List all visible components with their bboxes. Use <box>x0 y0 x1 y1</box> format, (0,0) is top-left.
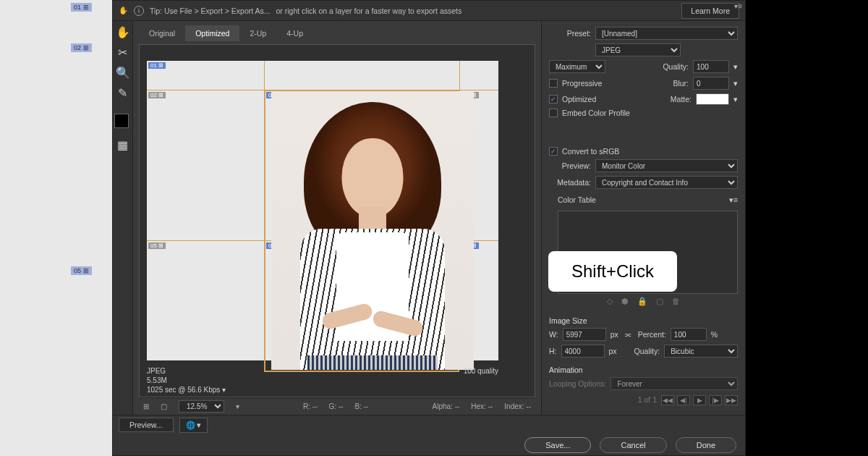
resample-quality-label: Quality: <box>634 347 660 355</box>
info-icon: i <box>134 6 144 16</box>
frame-counter: 1 of 1 <box>638 395 657 404</box>
slice-badge[interactable]: 02 ⊞ <box>148 92 166 98</box>
preview-canvas[interactable]: 01 ⊞ 02 ⊞ 03 ⊞ 04 ⊞ 05 ⊞ 06 ⊞ 07 ⊞ <box>147 61 498 360</box>
last-frame-button: ▶▶ <box>725 395 738 405</box>
image-preview <box>271 91 474 370</box>
readout-r: R: -- <box>303 402 317 410</box>
embed-profile-checkbox[interactable] <box>549 109 558 117</box>
resample-select[interactable]: Bicubic <box>664 345 738 358</box>
readout-index: Index: -- <box>504 402 531 410</box>
image-size-header: Image Size <box>549 316 738 325</box>
looping-select: Forever <box>610 377 738 390</box>
tip-text-prefix: Tip: Use File > Export > Export As... <box>150 7 271 15</box>
percent-label: Percent: <box>638 330 666 339</box>
format-select[interactable]: JPEG <box>595 43 681 56</box>
pct-label: % <box>711 330 718 339</box>
animation-header: Animation <box>549 366 738 374</box>
ct-lock-icon[interactable]: 🔒 <box>637 297 647 306</box>
progressive-checkbox[interactable] <box>549 79 558 88</box>
zoom-select[interactable]: 12.5% <box>179 400 224 413</box>
tip-bar: ✋ i Tip: Use File > Export > Export As..… <box>113 1 745 21</box>
readout-hex: Hex: -- <box>471 402 493 410</box>
readout-g: G: -- <box>329 402 344 410</box>
px-label: px <box>609 347 617 355</box>
chevron-down-icon[interactable]: ▾ <box>733 79 738 88</box>
quality-label: 100 quality <box>464 367 498 375</box>
srgb-checkbox[interactable] <box>549 147 558 156</box>
toggle-slices-icon[interactable]: ▦ <box>115 137 131 153</box>
matte-label: Matte: <box>671 95 692 104</box>
embed-profile-label: Embed Color Profile <box>562 109 630 117</box>
background-document: 01 ⊞ 02 ⊞ 05 ⊞ <box>0 0 112 456</box>
ct-icon[interactable]: ▢ <box>656 297 663 306</box>
blur-input[interactable] <box>693 77 729 90</box>
foreground-swatch[interactable] <box>114 114 129 128</box>
quality-input[interactable] <box>693 60 729 73</box>
height-input[interactable] <box>561 345 605 358</box>
download-time-label[interactable]: 1025 sec @ 56.6 Kbps ▾ <box>147 386 498 394</box>
chevron-down-icon[interactable]: ▾ <box>733 62 738 71</box>
ct-icon[interactable]: ◇ <box>607 297 613 306</box>
zoom-chevron-icon[interactable]: ▾ <box>236 402 239 410</box>
save-button[interactable]: Save... <box>524 437 591 453</box>
tab-4up[interactable]: 4-Up <box>276 25 313 41</box>
preview-select[interactable]: Monitor Color <box>595 159 738 172</box>
chevron-down-icon[interactable]: ▾ <box>733 95 738 104</box>
optimized-label: Optimized <box>562 95 596 104</box>
width-input[interactable] <box>563 328 606 341</box>
color-table-label: Color Table <box>558 195 596 204</box>
filesize-label: 5.53M <box>147 376 498 384</box>
hand-tool-icon[interactable]: ✋ <box>115 24 131 40</box>
preset-select[interactable]: [Unnamed] <box>595 27 738 40</box>
progressive-label: Progressive <box>562 79 602 88</box>
optimized-checkbox[interactable] <box>549 95 558 104</box>
srgb-label: Convert to sRGB <box>562 147 619 156</box>
height-label: H: <box>549 347 557 355</box>
preview-info: JPEG100 quality 5.53M 1025 sec @ 56.6 Kb… <box>147 367 498 394</box>
grid-toggle-icon[interactable]: ▢ <box>161 402 167 410</box>
cancel-button[interactable]: Cancel <box>600 437 666 453</box>
ct-trash-icon[interactable]: 🗑 <box>672 297 680 306</box>
eyedropper-tool-icon[interactable]: ✎ <box>115 85 131 101</box>
preset-label: Preset: <box>549 29 591 38</box>
browser-preview-button[interactable]: 🌐 ▾ <box>179 418 208 433</box>
prev-frame-button: ◀| <box>677 395 690 405</box>
preview-area[interactable]: 01 ⊞ 02 ⊞ 03 ⊞ 04 ⊞ 05 ⊞ 06 ⊞ 07 ⊞ <box>139 44 535 397</box>
instruction-overlay: Shift+Click <box>548 251 677 292</box>
matte-swatch[interactable] <box>696 93 729 105</box>
save-for-web-dialog: ✋ i Tip: Use File > Export > Export As..… <box>112 0 746 456</box>
percent-input[interactable] <box>671 328 707 341</box>
preview-button[interactable]: Preview... <box>119 418 174 432</box>
slice-badge: 05 ⊞ <box>71 266 92 275</box>
first-frame-button: ◀◀ <box>661 395 674 405</box>
quality-label: Quality: <box>663 62 689 71</box>
metadata-label: Metadata: <box>549 178 591 187</box>
next-frame-button: |▶ <box>709 395 722 405</box>
tip-text-suffix: or right click on a layer for a faster w… <box>276 7 462 15</box>
done-button[interactable]: Done <box>676 437 736 453</box>
px-label: px <box>610 330 618 339</box>
ct-icon[interactable]: ⬢ <box>621 297 629 306</box>
format-label: JPEG <box>147 367 166 375</box>
hand-tool-icon[interactable]: ✋ <box>119 6 128 15</box>
learn-more-button[interactable]: Learn More <box>681 3 739 19</box>
readout-alpha: Alpha: -- <box>433 402 460 410</box>
link-icon[interactable]: ⫘ <box>624 330 632 339</box>
readout-b: B: -- <box>355 402 369 410</box>
view-tabs: Original Optimized 2-Up 4-Up <box>139 25 535 41</box>
zoom-tool-icon[interactable]: 🔍 <box>115 64 131 80</box>
slice-select-tool-icon[interactable]: ✂ <box>115 44 131 60</box>
grid-toggle-icon[interactable]: ⊞ <box>143 402 149 410</box>
dialog-footer: Preview... 🌐 ▾ Save... Cancel Done <box>113 415 745 455</box>
blur-label: Blur: <box>673 79 689 88</box>
tab-2up[interactable]: 2-Up <box>239 25 276 41</box>
tab-optimized[interactable]: Optimized <box>185 25 239 41</box>
flyout-menu-icon[interactable]: ▾≡ <box>729 195 738 204</box>
tab-original[interactable]: Original <box>139 25 185 41</box>
slice-badge[interactable]: 05 ⊞ <box>148 242 166 249</box>
width-label: W: <box>549 330 558 339</box>
slice-badge: 02 ⊞ <box>71 43 92 52</box>
slice-badge[interactable]: 01 ⊞ <box>148 62 166 69</box>
metadata-select[interactable]: Copyright and Contact Info <box>595 176 738 189</box>
compression-select[interactable]: Maximum <box>549 60 605 73</box>
